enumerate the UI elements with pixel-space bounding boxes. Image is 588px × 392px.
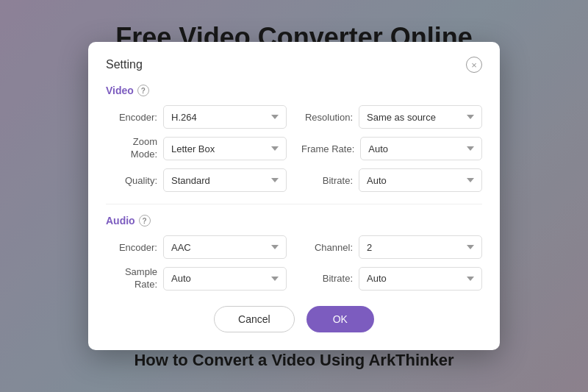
bitrate-label: Bitrate:: [301, 175, 353, 186]
cancel-button[interactable]: Cancel: [214, 306, 295, 332]
resolution-row: Resolution: Same as source 1920×1080 128…: [301, 105, 482, 129]
audio-encoder-row: Encoder: AAC MP3 AC3 FLAC: [106, 235, 287, 259]
sample-rate-label: SampleRate:: [106, 266, 157, 291]
encoder-select[interactable]: H.264 H.265 MPEG-4 VP8 VP9: [163, 105, 287, 129]
sample-rate-row: SampleRate: Auto 44100 48000 22050: [106, 266, 287, 291]
resolution-select[interactable]: Same as source 1920×1080 1280×720 854×48…: [359, 105, 482, 129]
framerate-label: Frame Rate:: [301, 143, 354, 154]
divider: [106, 204, 482, 204]
video-section-label: Video ?: [106, 85, 482, 96]
modal-overlay: Setting × Video ? Encoder: H.264 H.265 M…: [0, 0, 588, 392]
dialog-footer: Cancel OK: [106, 306, 482, 332]
bitrate-row: Bitrate: Auto 128k 256k 512k 1M: [301, 168, 482, 192]
framerate-row: Frame Rate: Auto 24 25 30 60: [301, 136, 482, 161]
zoom-label: ZoomMode:: [106, 136, 157, 161]
quality-select[interactable]: Standard High Low: [163, 168, 287, 192]
zoom-row: ZoomMode: Letter Box Pan & Scan Full: [106, 136, 287, 161]
audio-encoder-select[interactable]: AAC MP3 AC3 FLAC: [163, 235, 287, 259]
audio-form-grid: Encoder: AAC MP3 AC3 FLAC Channel: 2 1 6: [106, 235, 482, 291]
framerate-select[interactable]: Auto 24 25 30 60: [360, 137, 482, 160]
encoder-label: Encoder:: [106, 112, 157, 123]
encoder-row: Encoder: H.264 H.265 MPEG-4 VP8 VP9: [106, 105, 287, 129]
zoom-select[interactable]: Letter Box Pan & Scan Full: [163, 137, 287, 160]
video-help-icon[interactable]: ?: [137, 85, 149, 96]
audio-bitrate-select[interactable]: Auto 128k 256k 320k: [359, 267, 482, 291]
bitrate-select[interactable]: Auto 128k 256k 512k 1M: [359, 168, 482, 192]
channel-row: Channel: 2 1 6: [301, 235, 482, 259]
close-button[interactable]: ×: [466, 57, 482, 73]
audio-bitrate-label: Bitrate:: [301, 273, 353, 284]
ok-button[interactable]: OK: [306, 306, 374, 332]
audio-section-label: Audio ?: [106, 215, 482, 227]
quality-row: Quality: Standard High Low: [106, 168, 287, 192]
channel-select[interactable]: 2 1 6: [359, 235, 482, 259]
audio-help-icon[interactable]: ?: [139, 215, 151, 227]
sample-rate-select[interactable]: Auto 44100 48000 22050: [163, 267, 287, 291]
audio-encoder-label: Encoder:: [106, 242, 157, 253]
quality-label: Quality:: [106, 175, 157, 186]
dialog-header: Setting ×: [106, 57, 482, 73]
dialog-title: Setting: [106, 58, 143, 71]
channel-label: Channel:: [301, 242, 353, 253]
video-form-grid: Encoder: H.264 H.265 MPEG-4 VP8 VP9 Reso…: [106, 105, 482, 192]
settings-dialog: Setting × Video ? Encoder: H.264 H.265 M…: [88, 42, 500, 350]
audio-bitrate-row: Bitrate: Auto 128k 256k 320k: [301, 266, 482, 291]
resolution-label: Resolution:: [301, 112, 353, 123]
